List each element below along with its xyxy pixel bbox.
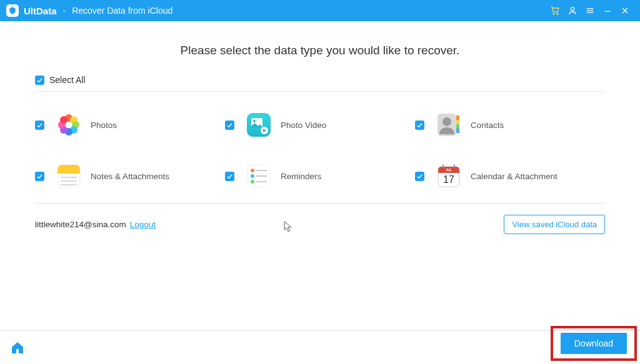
window-subtitle: Recover Data from iCloud (72, 6, 172, 16)
svg-point-0 (553, 13, 554, 14)
svg-point-36 (251, 174, 254, 178)
select-all-row[interactable]: Select All (35, 75, 605, 92)
item-label: Reminders (281, 172, 321, 181)
svg-rect-27 (456, 129, 459, 133)
svg-point-16 (60, 116, 68, 124)
svg-point-37 (251, 180, 254, 184)
user-icon[interactable] (564, 2, 581, 19)
item-label: Photo Video (281, 121, 326, 130)
svg-point-35 (251, 169, 254, 172)
svg-rect-30 (58, 171, 80, 174)
select-all-checkbox[interactable] (35, 76, 44, 85)
reminders-icon (246, 163, 272, 189)
svg-point-23 (442, 117, 451, 126)
item-label: Notes & Attachments (91, 172, 169, 181)
calendar-icon: JUL 17 (436, 163, 462, 189)
item-contacts[interactable]: Contacts (415, 112, 605, 138)
checkbox-photos[interactable] (35, 121, 44, 130)
page-heading: Please select the data type you would li… (35, 44, 605, 57)
item-label: Contacts (471, 121, 504, 130)
checkbox-reminders[interactable] (225, 172, 234, 181)
menu-icon[interactable] (581, 2, 599, 19)
svg-point-19 (253, 120, 256, 122)
item-notes[interactable]: Notes & Attachments (35, 163, 225, 189)
item-label: Photos (91, 121, 117, 130)
svg-text:17: 17 (443, 174, 454, 185)
titlebar: UltData - Recover Data from iCloud (0, 0, 640, 21)
checkbox-calendar[interactable] (415, 172, 424, 181)
item-calendar[interactable]: JUL 17 Calendar & Attachment (415, 163, 605, 189)
checkbox-contacts[interactable] (415, 121, 424, 130)
account-email: littlewhite214@sina.com (35, 220, 126, 229)
download-highlight: Download (551, 326, 637, 361)
view-saved-button[interactable]: View saved iCloud data (504, 215, 605, 234)
svg-point-2 (571, 7, 574, 11)
checkbox-photo-video[interactable] (225, 121, 234, 130)
cart-icon[interactable] (546, 2, 564, 19)
select-all-label: Select All (49, 75, 86, 85)
account-row: littlewhite214@sina.com Logout View save… (35, 215, 605, 234)
item-photos[interactable]: Photos (35, 112, 225, 138)
home-icon[interactable] (10, 340, 25, 355)
data-type-grid: Photos Photo Video (35, 112, 605, 189)
app-name: UltData (24, 6, 57, 16)
item-label: Calendar & Attachment (471, 172, 558, 181)
photos-icon (56, 112, 82, 138)
separator (35, 203, 605, 204)
svg-rect-26 (456, 124, 459, 129)
contacts-icon (436, 112, 462, 138)
app-logo (6, 4, 19, 17)
svg-point-1 (557, 13, 558, 14)
item-photo-video[interactable]: Photo Video (225, 112, 415, 138)
bottom-bar: Download (0, 330, 640, 364)
minimize-icon[interactable] (599, 2, 616, 19)
notes-icon (56, 163, 82, 189)
title-separator: - (63, 6, 66, 16)
item-reminders[interactable]: Reminders (225, 163, 415, 189)
main-content: Please select the data type you would li… (0, 21, 640, 330)
download-button[interactable]: Download (561, 333, 627, 354)
close-icon[interactable] (616, 2, 634, 19)
cursor-icon (284, 221, 292, 236)
photo-video-icon (246, 112, 272, 138)
svg-rect-25 (456, 120, 459, 124)
svg-text:JUL: JUL (446, 168, 451, 172)
svg-rect-49 (454, 164, 455, 167)
svg-rect-47 (442, 164, 444, 167)
logout-link[interactable]: Logout (130, 220, 156, 229)
checkbox-notes[interactable] (35, 172, 44, 181)
svg-rect-24 (456, 116, 459, 120)
